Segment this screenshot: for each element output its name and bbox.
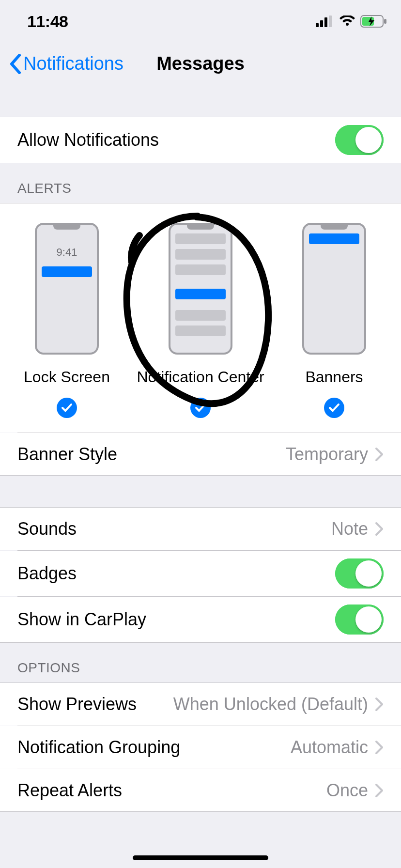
sounds-value: Note — [331, 519, 368, 539]
spacer — [0, 85, 401, 117]
badges-label: Badges — [17, 563, 335, 584]
notification-center-preview-icon — [169, 223, 232, 355]
repeat-alerts-value: Once — [326, 780, 368, 801]
allow-notifications-label: Allow Notifications — [17, 130, 335, 150]
svg-rect-0 — [316, 23, 319, 27]
alert-notification-center[interactable]: Notification Center — [134, 223, 266, 418]
carplay-toggle[interactable] — [335, 604, 384, 635]
banner-style-label: Banner Style — [17, 444, 286, 465]
svg-rect-1 — [320, 20, 323, 27]
alerts-section-header: ALERTS — [0, 163, 401, 203]
lock-screen-preview-icon: 9:41 — [35, 223, 99, 355]
alerts-previews: 9:41 Lock Screen — [0, 203, 401, 433]
chevron-right-icon — [375, 783, 384, 798]
battery-charging-icon — [360, 15, 387, 28]
banners-check-icon — [324, 398, 344, 418]
status-icons — [316, 15, 387, 28]
repeat-alerts-row[interactable]: Repeat Alerts Once — [0, 769, 401, 812]
notification-grouping-row[interactable]: Notification Grouping Automatic — [0, 726, 401, 769]
badges-toggle[interactable] — [335, 558, 384, 589]
banners-label: Banners — [305, 368, 363, 386]
spacer — [0, 476, 401, 508]
cellular-icon — [316, 16, 334, 27]
lock-screen-preview-time: 9:41 — [37, 246, 97, 259]
notification-center-label: Notification Center — [137, 368, 264, 386]
notification-center-check-icon — [190, 398, 211, 418]
nav-bar: Notifications Messages — [0, 43, 401, 85]
back-button[interactable]: Notifications — [9, 53, 123, 74]
home-indicator[interactable] — [133, 855, 268, 860]
svg-rect-6 — [384, 19, 386, 24]
chevron-left-icon — [9, 54, 21, 74]
show-previews-label: Show Previews — [17, 694, 173, 714]
show-previews-row[interactable]: Show Previews When Unlocked (Default) — [0, 683, 401, 726]
back-label: Notifications — [23, 53, 123, 74]
status-bar: 11:48 — [0, 0, 401, 43]
sounds-label: Sounds — [17, 519, 331, 539]
alert-banners[interactable]: Banners — [268, 223, 400, 418]
svg-rect-2 — [324, 17, 327, 27]
options-section-header: OPTIONS — [0, 643, 401, 683]
svg-rect-3 — [329, 16, 332, 27]
allow-notifications-row[interactable]: Allow Notifications — [0, 117, 401, 163]
banner-style-value: Temporary — [286, 444, 368, 465]
banners-preview-icon — [302, 223, 366, 355]
alert-lock-screen[interactable]: 9:41 Lock Screen — [0, 223, 133, 418]
notification-grouping-value: Automatic — [291, 737, 368, 758]
notification-grouping-label: Notification Grouping — [17, 737, 291, 758]
chevron-right-icon — [375, 697, 384, 712]
badges-row[interactable]: Badges — [0, 551, 401, 596]
sounds-row[interactable]: Sounds Note — [0, 508, 401, 550]
banner-style-row[interactable]: Banner Style Temporary — [0, 433, 401, 476]
carplay-row[interactable]: Show in CarPlay — [0, 597, 401, 643]
chevron-right-icon — [375, 522, 384, 536]
chevron-right-icon — [375, 447, 384, 462]
chevron-right-icon — [375, 740, 384, 755]
lock-screen-label: Lock Screen — [24, 368, 110, 386]
allow-notifications-toggle[interactable] — [335, 125, 384, 155]
carplay-label: Show in CarPlay — [17, 609, 335, 630]
repeat-alerts-label: Repeat Alerts — [17, 780, 326, 801]
status-time: 11:48 — [27, 12, 68, 31]
settings-screen: 11:48 Notifications — [0, 0, 401, 868]
show-previews-value: When Unlocked (Default) — [173, 694, 368, 714]
content: Allow Notifications ALERTS 9:41 Lock Scr… — [0, 85, 401, 868]
wifi-icon — [339, 16, 355, 27]
lock-screen-check-icon — [57, 398, 77, 418]
